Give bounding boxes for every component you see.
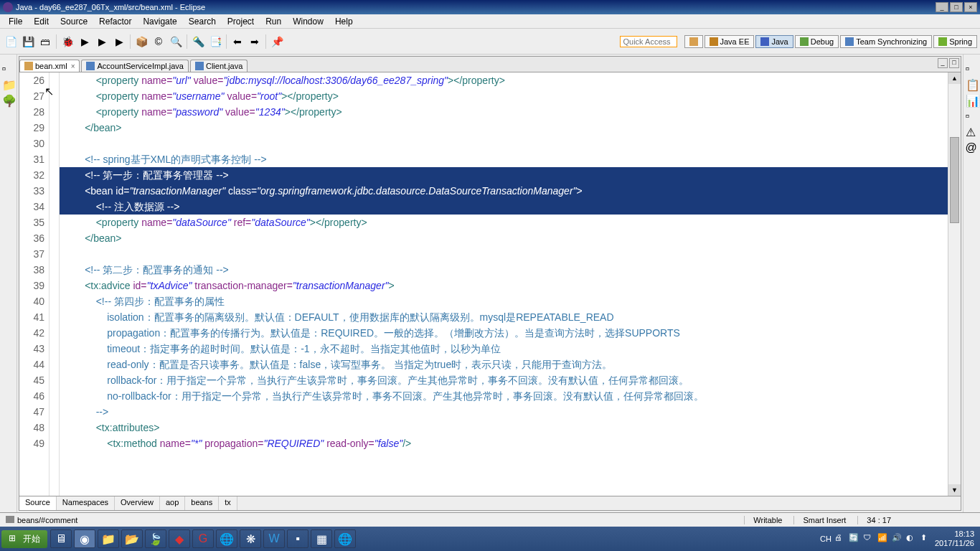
tray-network-icon[interactable]: 📶 bbox=[877, 533, 889, 545]
back-icon[interactable]: ⬅ bbox=[230, 34, 245, 50]
comment-icon bbox=[6, 516, 14, 523]
menu-source[interactable]: Source bbox=[55, 15, 93, 28]
menu-refactor[interactable]: Refactor bbox=[93, 15, 137, 28]
menu-edit[interactable]: Edit bbox=[28, 15, 55, 28]
java-file-icon bbox=[86, 62, 95, 70]
left-trim-stack: ▫ 📁 🌳 bbox=[0, 55, 17, 512]
taskbar-app-icon[interactable]: 📂 bbox=[121, 529, 143, 548]
editor-tab-client[interactable]: Client.java bbox=[190, 60, 248, 72]
perspective-team-sync[interactable]: Team Synchronizing bbox=[840, 35, 932, 48]
perspective-bar: Java EE Java Debug Team Synchronizing Sp… bbox=[684, 35, 978, 48]
code-content[interactable]: <property name="url" value="jdbc:mysql:/… bbox=[60, 72, 948, 496]
menu-file[interactable]: File bbox=[3, 15, 28, 28]
new-class-icon[interactable]: © bbox=[151, 34, 166, 50]
btab-aop[interactable]: aop bbox=[160, 496, 185, 510]
taskbar-chrome-icon[interactable]: 🌐 bbox=[334, 529, 356, 548]
taskbar-app-icon[interactable]: 🍃 bbox=[145, 529, 166, 548]
hierarchy-icon[interactable]: 🌳 bbox=[1, 93, 16, 108]
editor-tab-account-service[interactable]: AccountServiceImpl.java bbox=[81, 60, 188, 72]
perspective-javaee[interactable]: Java EE bbox=[705, 35, 755, 48]
taskbar-word-icon[interactable]: W bbox=[263, 529, 285, 548]
close-tab-icon[interactable]: × bbox=[71, 62, 75, 70]
restore-view-icon[interactable]: ▫ bbox=[1, 62, 16, 76]
save-all-icon[interactable]: 🗃 bbox=[37, 34, 53, 50]
perspective-debug[interactable]: Debug bbox=[795, 35, 839, 48]
perspective-java[interactable]: Java bbox=[755, 35, 793, 48]
forward-icon[interactable]: ➡ bbox=[247, 34, 263, 50]
tray-icon[interactable]: ⬆ bbox=[920, 533, 932, 545]
taskbar-eclipse-icon[interactable]: ◉ bbox=[74, 529, 95, 548]
tray-icon[interactable]: 🖨 bbox=[834, 533, 846, 545]
code-editor[interactable]: 2627282930313233343536373839404142434445… bbox=[19, 72, 961, 496]
restore-view-icon[interactable]: ▫ bbox=[965, 109, 979, 123]
taskbar-cmd-icon[interactable]: ▪ bbox=[287, 529, 308, 548]
breadcrumb: beans/#comment bbox=[6, 516, 77, 524]
restore-view-icon[interactable]: ▫ bbox=[965, 62, 979, 76]
package-explorer-icon[interactable]: 📁 bbox=[1, 77, 16, 92]
taskbar-explorer-icon[interactable]: 📁 bbox=[98, 529, 119, 548]
scroll-down-icon[interactable]: ▼ bbox=[948, 484, 961, 496]
toggle-mark-icon[interactable]: 📑 bbox=[207, 34, 223, 50]
javadoc-icon[interactable]: @ bbox=[965, 141, 979, 155]
debug-icon[interactable]: 🐞 bbox=[60, 34, 75, 50]
editor-tab-label: bean.xml bbox=[35, 62, 67, 70]
open-type-icon[interactable]: 🔍 bbox=[168, 34, 184, 50]
tray-icon[interactable]: ◐ bbox=[906, 533, 918, 545]
new-package-icon[interactable]: 📦 bbox=[133, 34, 149, 50]
menu-project[interactable]: Project bbox=[222, 15, 260, 28]
taskbar-app-icon[interactable]: ❋ bbox=[240, 529, 261, 548]
tray-sync-icon[interactable]: 🔄 bbox=[849, 533, 860, 545]
xml-file-icon bbox=[24, 62, 33, 70]
outline-icon[interactable]: 📊 bbox=[965, 93, 979, 108]
windows-logo-icon: ⊞ bbox=[9, 533, 20, 545]
clock[interactable]: 18:13 2017/11/26 bbox=[935, 529, 974, 548]
btab-tx[interactable]: tx bbox=[219, 496, 237, 510]
tray-shield-icon[interactable]: 🛡 bbox=[863, 533, 875, 545]
scrollbar-thumb[interactable] bbox=[950, 137, 959, 223]
tray-volume-icon[interactable]: 🔊 bbox=[892, 533, 903, 545]
folding-column[interactable] bbox=[50, 72, 60, 496]
editor-tab-bean-xml[interactable]: bean.xml × bbox=[19, 60, 80, 72]
minimize-button[interactable]: _ bbox=[936, 2, 948, 12]
editor-tab-label: Client.java bbox=[206, 62, 242, 70]
close-button[interactable]: × bbox=[964, 2, 977, 12]
task-list-icon[interactable]: 📋 bbox=[965, 77, 979, 92]
ime-indicator[interactable]: CH bbox=[820, 534, 831, 543]
menu-help[interactable]: Help bbox=[329, 15, 359, 28]
right-trim-stack: ▫ 📋 📊 ▫ ⚠ @ bbox=[963, 55, 980, 512]
btab-source[interactable]: Source bbox=[19, 496, 57, 510]
taskbar-chrome-icon[interactable]: 🌐 bbox=[216, 529, 237, 548]
quick-access-input[interactable] bbox=[620, 36, 677, 47]
problems-icon[interactable]: ⚠ bbox=[965, 125, 979, 139]
show-desktop-icon[interactable]: 🖥 bbox=[50, 529, 72, 548]
maximize-button[interactable]: □ bbox=[950, 2, 963, 12]
pin-icon[interactable]: 📌 bbox=[269, 34, 285, 50]
menu-run[interactable]: Run bbox=[260, 15, 287, 28]
perspective-spring[interactable]: Spring bbox=[933, 35, 977, 48]
save-icon[interactable]: 💾 bbox=[20, 34, 36, 50]
start-button[interactable]: ⊞ 开始 bbox=[1, 530, 47, 548]
menu-search[interactable]: Search bbox=[183, 15, 222, 28]
btab-beans[interactable]: beans bbox=[185, 496, 219, 510]
editor-bottom-tabs: Source Namespaces Overview aop beans tx bbox=[19, 496, 961, 510]
system-tray: CH 🖨 🔄 🛡 📶 🔊 ◐ ⬆ 18:13 2017/11/26 bbox=[820, 529, 979, 548]
btab-overview[interactable]: Overview bbox=[115, 496, 160, 510]
coverage-icon[interactable]: ▶ bbox=[111, 34, 127, 50]
btab-namespaces[interactable]: Namespaces bbox=[57, 496, 115, 510]
maximize-editor-icon[interactable]: □ bbox=[949, 58, 959, 68]
new-icon[interactable]: 📄 bbox=[3, 34, 19, 50]
menu-window[interactable]: Window bbox=[287, 15, 329, 28]
window-title: Java - day66_ee287_06Tx_xml/src/bean.xml… bbox=[16, 3, 205, 11]
taskbar-app-icon[interactable]: ◆ bbox=[169, 529, 190, 548]
open-perspective-button[interactable] bbox=[684, 35, 703, 48]
menu-navigate[interactable]: Navigate bbox=[137, 15, 182, 28]
scroll-up-icon[interactable]: ▲ bbox=[948, 72, 961, 84]
minimize-editor-icon[interactable]: _ bbox=[938, 58, 948, 68]
run-icon[interactable]: ▶ bbox=[77, 34, 93, 50]
taskbar-app-icon[interactable]: G bbox=[192, 529, 214, 548]
eclipse-icon bbox=[3, 2, 13, 12]
vertical-scrollbar[interactable]: ▲ ▼ bbox=[948, 72, 961, 496]
search-icon[interactable]: 🔦 bbox=[190, 34, 206, 50]
run-last-icon[interactable]: ▶ bbox=[94, 34, 110, 50]
taskbar-app-icon[interactable]: ▦ bbox=[311, 529, 332, 548]
